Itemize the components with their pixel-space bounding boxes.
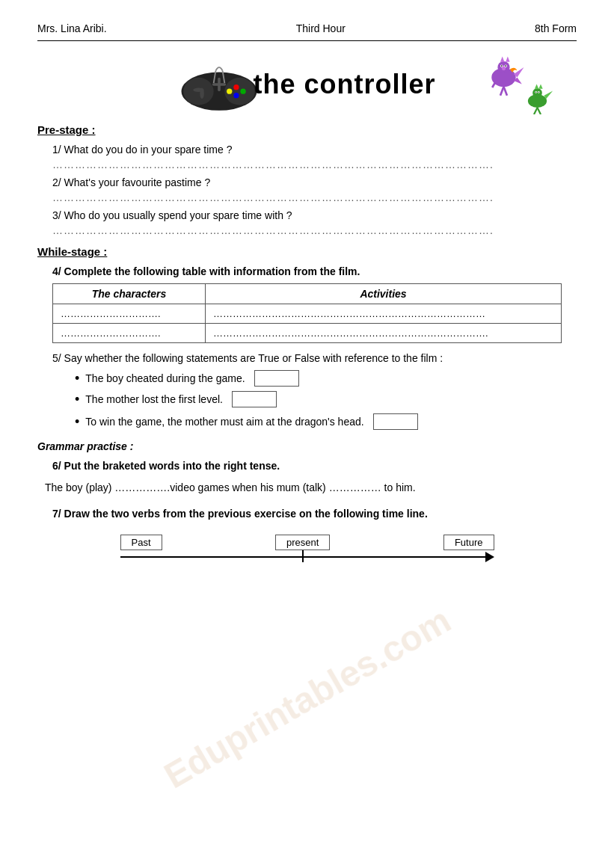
svg-point-7 (234, 93, 239, 98)
answer-box-1[interactable] (254, 370, 299, 387)
statement-2: • The mother lost the first level. (75, 391, 562, 407)
pre-stage-section: Pre-stage : 1/ What do you do in your sp… (37, 123, 577, 236)
header-left: Mrs. Lina Aribi. (37, 22, 107, 34)
question-1: 1/ What do you do in your spare time ? (52, 144, 577, 156)
table-wrapper: The characters Activities …………………………. ……… (52, 283, 562, 343)
col-characters: The characters (53, 284, 206, 304)
statement-1: • The boy cheated during the game. (75, 370, 562, 387)
answer-box-2[interactable] (232, 391, 277, 407)
true-false-instruction: 5/ Say whether the following statements … (52, 352, 562, 364)
svg-point-5 (234, 84, 239, 90)
title-row: the controller (37, 55, 577, 114)
svg-rect-4 (218, 78, 221, 91)
svg-point-8 (227, 89, 233, 94)
page-title: the controller (253, 69, 435, 100)
svg-point-33 (535, 92, 536, 93)
answer-box-3[interactable] (373, 413, 418, 430)
page-header: Mrs. Lina Aribi. Third Hour 8th Form (37, 22, 577, 34)
question-2: 2/ What's your favourite pastime ? (52, 176, 577, 188)
dots-2: ………………………………………………………………………………………………………. (52, 191, 577, 203)
svg-marker-30 (538, 84, 542, 89)
header-divider (37, 40, 577, 41)
grammar-label: Grammar practise : (37, 440, 577, 452)
timeline-present: present (275, 535, 330, 550)
svg-line-25 (504, 87, 508, 96)
char-cell-2: …………………………. (53, 324, 206, 343)
characters-table: The characters Activities …………………………. ……… (52, 283, 562, 343)
svg-marker-15 (500, 57, 504, 62)
timeline-line (120, 556, 485, 558)
svg-point-21 (505, 65, 506, 67)
activity-cell-2: …………………………………………………………………………. (206, 324, 562, 343)
header-right: 8th Form (535, 22, 577, 34)
instruction-7: 7/ Draw the two verbs from the previous … (52, 508, 577, 520)
instruction-6: 6/ Put the braketed words into the right… (52, 460, 577, 472)
dragon-icon (479, 47, 562, 114)
svg-point-34 (538, 92, 539, 93)
timeline-tick (302, 550, 304, 562)
instruction-4: 4/ Complete the following table with inf… (52, 265, 577, 277)
svg-line-36 (534, 108, 538, 114)
statement-text-1: The boy cheated during the game. (85, 372, 245, 384)
bullet-2: • (75, 393, 79, 406)
dots-1: ………………………………………………………………………………………………………. (52, 158, 577, 170)
bullet-3: • (75, 415, 79, 428)
svg-marker-29 (535, 84, 538, 89)
timeline-section: Past present Future (37, 535, 577, 562)
while-stage-section: While-stage : 4/ Complete the following … (37, 245, 577, 343)
watermark: Eduprintables.com (157, 600, 458, 797)
bullet-1: • (75, 372, 79, 385)
controller-icon (178, 55, 260, 114)
true-false-section: 5/ Say whether the following statements … (52, 352, 562, 430)
pre-stage-label: Pre-stage : (37, 123, 577, 136)
timeline-past: Past (120, 535, 162, 550)
svg-line-37 (538, 108, 541, 114)
table-row: …………………………. ………………………………………………………………………… (53, 304, 562, 324)
grammar-section: Grammar practise : 6/ Put the braketed w… (37, 440, 577, 562)
svg-marker-16 (506, 57, 509, 62)
statement-text-3: To win the game, the mother must aim at … (85, 416, 363, 428)
activity-cell-1: ………………………………………………………………………… (206, 304, 562, 324)
svg-marker-35 (544, 91, 553, 99)
timeline-labels: Past present Future (120, 535, 494, 550)
dots-3: ………………………………………………………………………………………………………. (52, 224, 577, 236)
while-stage-label: While-stage : (37, 245, 577, 258)
char-cell-1: …………………………. (53, 304, 206, 324)
fill-sentence: The boy (play) …………….video games when hi… (37, 479, 577, 497)
timeline-arrow (485, 552, 494, 562)
table-row: …………………………. …………………………………………………………………………… (53, 324, 562, 343)
timeline-bar (120, 552, 494, 562)
statement-text-2: The mother lost the first level. (85, 393, 223, 405)
statement-3: • To win the game, the mother must aim a… (75, 413, 562, 430)
svg-point-20 (501, 65, 503, 67)
header-center: Third Hour (296, 22, 346, 34)
question-3: 3/ Who do you usually spend your spare t… (52, 209, 577, 221)
svg-point-10 (200, 88, 205, 99)
svg-point-6 (241, 89, 246, 94)
timeline-future: Future (443, 535, 494, 550)
svg-point-28 (532, 88, 542, 98)
col-activities: Activities (206, 284, 562, 304)
